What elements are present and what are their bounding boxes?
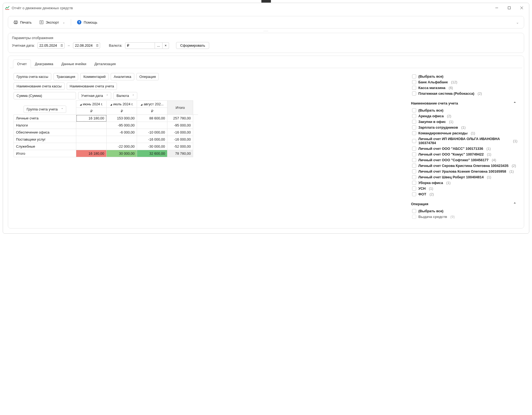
checkbox[interactable] — [412, 186, 416, 191]
filter-item[interactable]: ФОТ(2) — [412, 191, 517, 197]
toolbar-collapse-button[interactable]: ⌄ — [515, 19, 520, 26]
calendar-icon[interactable]: 🗓 — [60, 44, 63, 47]
filter-item[interactable]: Личный счет Швец Роберт 100404814(1) — [412, 174, 517, 180]
filter-item[interactable]: Командировочные расходы(1) — [412, 130, 517, 136]
field-chip[interactable]: Наименование счета учета — [67, 83, 117, 90]
total-cell[interactable]: 16 180,00 — [76, 150, 107, 157]
checkbox[interactable] — [412, 91, 416, 96]
filter-item[interactable]: Закупки в офис(1) — [412, 119, 517, 125]
checkbox[interactable] — [412, 139, 416, 143]
filter-item[interactable]: УСН(1) — [412, 186, 517, 191]
table-row[interactable]: Личные счета 16 180,00 153 000,00 88 600… — [14, 115, 198, 122]
data-cell[interactable]: -16 000,00 — [167, 136, 193, 143]
field-chip[interactable]: Комментарий — [80, 73, 109, 80]
checkbox[interactable] — [412, 131, 416, 135]
filter-item[interactable]: Личный счет ООО "Комус" 100749422(1) — [412, 151, 517, 157]
checkbox[interactable] — [412, 215, 416, 219]
row-dim-chip[interactable]: Группа счета учета ⌃ — [24, 106, 66, 113]
filter-item[interactable]: Личный счет ИП ИВАНОВА ОЛЬГА ИВАНОВНА 10… — [412, 136, 517, 146]
filter-item-select-all[interactable]: (Выбрать все) — [412, 107, 517, 113]
filter-item[interactable]: Выдача средств (9) — [412, 214, 517, 220]
data-cell[interactable]: 257 780,00 — [167, 115, 193, 122]
filter-item[interactable]: Уборка офиса(1) — [412, 180, 517, 186]
checkbox[interactable] — [412, 169, 416, 173]
submit-button[interactable]: Сформировать — [176, 42, 209, 49]
filter-item[interactable]: Личный счет Уралова Ксения Олеговна 1001… — [412, 169, 517, 174]
filter-item[interactable]: Аренда офиса(2) — [412, 113, 517, 119]
col-dim-chip[interactable]: Учетная дата ⌃ — [78, 92, 111, 99]
tab-cell-data[interactable]: Данные ячейки — [57, 59, 90, 68]
table-row[interactable]: Служебные -22 000,00 -30 000,00 -52 000,… — [14, 143, 198, 150]
checkbox[interactable] — [412, 120, 416, 124]
data-cell[interactable] — [137, 122, 167, 129]
data-cell[interactable] — [76, 143, 107, 150]
field-chip[interactable]: Аналитика — [111, 73, 134, 80]
checkbox[interactable] — [412, 158, 416, 162]
export-button[interactable]: Экспорт ⌄ — [38, 19, 67, 26]
checkbox[interactable] — [412, 80, 416, 84]
checkbox[interactable] — [412, 74, 416, 78]
col-header[interactable]: ◢август 202... — [137, 101, 167, 108]
data-cell[interactable]: -16 000,00 — [137, 136, 167, 143]
filter-item[interactable]: Личный счет Серова Кристина Олеговна 100… — [412, 163, 517, 169]
col-header[interactable]: ◢июль 2024 г. — [107, 101, 137, 108]
data-cell[interactable]: 153 000,00 — [107, 115, 137, 122]
print-button[interactable]: Печать — [12, 19, 33, 26]
data-cell[interactable]: 88 600,00 — [137, 115, 167, 122]
measure-chip[interactable]: Сумма (Сумма) — [14, 92, 76, 99]
checkbox[interactable] — [412, 125, 416, 129]
col-dim-chip[interactable]: Валюта ⌃ — [113, 92, 137, 99]
total-cell[interactable]: 32 600,00 — [137, 150, 167, 157]
currency-clear-button[interactable]: × — [163, 42, 169, 49]
data-cell[interactable] — [76, 122, 107, 129]
field-chip[interactable]: Операция — [136, 73, 159, 80]
filter-group-header[interactable]: Наименование счета учета ⌃ — [410, 100, 517, 107]
data-cell[interactable] — [76, 129, 107, 136]
calendar-icon[interactable]: 🗓 — [96, 44, 99, 47]
filter-item[interactable]: Личный счет ООО "Софтико" 100456177(4) — [412, 157, 517, 163]
currency-input[interactable] — [125, 42, 155, 49]
currency-lookup-button[interactable]: ... — [155, 42, 163, 49]
data-cell[interactable] — [107, 136, 137, 143]
data-cell[interactable]: -10 000,00 — [137, 129, 167, 136]
filter-item-select-all[interactable]: (Выбрать все) — [412, 74, 517, 79]
checkbox[interactable] — [412, 86, 416, 90]
col-header[interactable]: ◢июнь 2024 г. — [76, 101, 107, 108]
window-close-button[interactable] — [515, 3, 528, 13]
checkbox[interactable] — [412, 209, 416, 213]
tab-report[interactable]: Отчет — [13, 59, 31, 68]
checkbox[interactable] — [412, 164, 416, 168]
data-cell[interactable]: 16 180,00 — [76, 115, 107, 122]
checkbox[interactable] — [412, 147, 416, 151]
field-chip[interactable]: Наименование счета кассы — [14, 83, 65, 90]
checkbox[interactable] — [412, 114, 416, 118]
filter-item-select-all[interactable]: (Выбрать все) — [412, 208, 517, 214]
data-cell[interactable]: -52 000,00 — [167, 143, 193, 150]
filter-item[interactable]: Личный счет ООО "АБСС" 100171336(1) — [412, 146, 517, 151]
splitter-handle[interactable]: ..... — [8, 28, 524, 32]
total-cell[interactable]: 30 000,00 — [107, 150, 137, 157]
data-cell[interactable] — [76, 136, 107, 143]
checkbox[interactable] — [412, 175, 416, 179]
data-cell[interactable]: -95 000,00 — [167, 122, 193, 129]
total-cell[interactable]: 78 780,00 — [167, 150, 193, 157]
filter-item[interactable]: Банк Альфабанк (12) — [412, 79, 517, 85]
data-cell[interactable]: -22 000,00 — [107, 143, 137, 150]
tab-chart[interactable]: Диаграмма — [31, 59, 58, 68]
tab-detail[interactable]: Детализация — [90, 59, 120, 68]
window-minimize-button[interactable] — [490, 3, 503, 13]
help-button[interactable]: ? Помощь — [75, 19, 99, 26]
filter-item[interactable]: Касса магазина (6) — [412, 85, 517, 91]
window-maximize-button[interactable] — [503, 3, 515, 13]
table-row[interactable]: Налоги -95 000,00 -95 000,00 — [14, 122, 198, 129]
checkbox[interactable] — [412, 108, 416, 112]
checkbox[interactable] — [412, 192, 416, 196]
table-row[interactable]: Обеспечение офиса -6 000,00 -10 000,00 -… — [14, 129, 198, 136]
filter-group-header[interactable]: Операция ⌃ — [410, 200, 517, 208]
filter-item[interactable]: Платежная система (Робокасса) (2) — [412, 91, 517, 96]
data-cell[interactable]: -95 000,00 — [107, 122, 137, 129]
data-cell[interactable]: -30 000,00 — [137, 143, 167, 150]
field-chip[interactable]: Транзакция — [53, 73, 78, 80]
checkbox[interactable] — [412, 152, 416, 156]
table-row[interactable]: Поставщики услуг -16 000,00 -16 000,00 — [14, 136, 198, 143]
